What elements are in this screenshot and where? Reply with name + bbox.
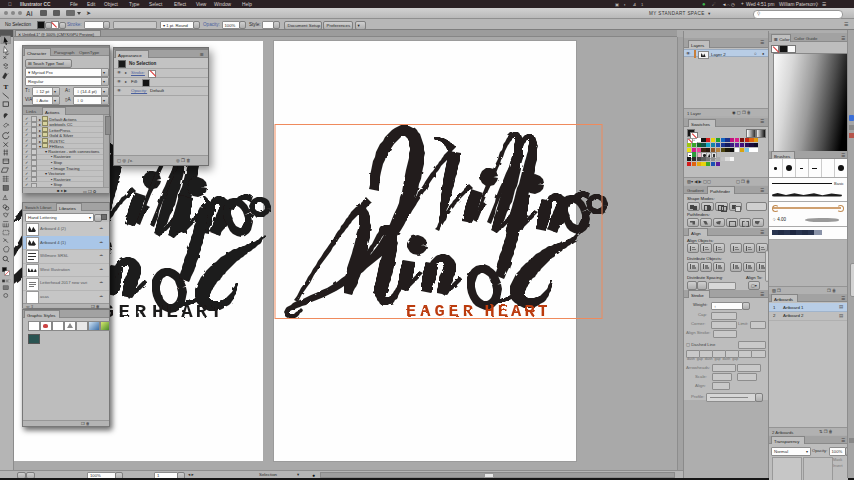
svg-text:T: T (4, 83, 9, 91)
svg-text:HEART: HEART (152, 301, 225, 323)
